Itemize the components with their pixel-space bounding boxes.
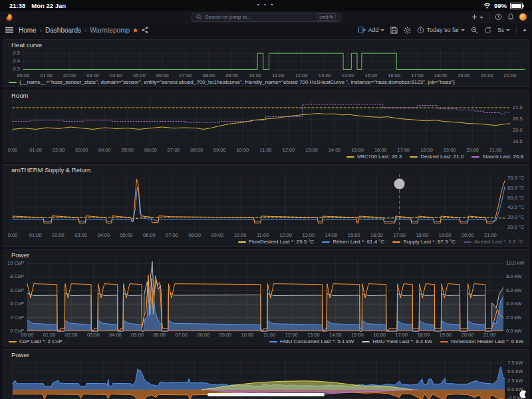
legend-label: Immersion Heater Last *: 0 kW — [451, 338, 523, 344]
refresh-icon[interactable] — [484, 27, 491, 34]
legend-item[interactable]: HMU Yield Last *: 6.4 kW — [362, 338, 432, 345]
panel-title[interactable]: aroTHERM Supply & Return — [11, 166, 90, 174]
x-axis-label: 09:00 — [211, 232, 224, 238]
x-axis-label: 06:00 — [144, 147, 157, 153]
panel-title[interactable]: Room — [11, 92, 28, 99]
x-axis-label: 02:00 — [63, 72, 76, 78]
legend-item[interactable]: Return Last *: 61.4 °C — [322, 238, 384, 245]
x-axis-label: 04:00 — [110, 72, 122, 78]
x-axis-label: 03:00 — [87, 332, 100, 338]
new-dropdown-button[interactable] — [471, 14, 483, 20]
mega-menu-icon[interactable] — [5, 27, 13, 33]
legend-item[interactable]: {__name__="hass_sensor_state", domain="s… — [9, 78, 455, 86]
x-axis-label: 07:00 — [175, 332, 188, 338]
clock-icon — [417, 27, 424, 34]
panel-title[interactable]: Heat curve — [11, 41, 42, 49]
chart-arotherm[interactable]: 70.0 °C60.0 °C50.0 °C40.0 °C30.0 °C20.0 … — [13, 174, 499, 231]
legend-item[interactable]: FlowDesired Last *: 29.5 °C — [238, 238, 314, 245]
series-Supply — [13, 179, 505, 223]
chart-room[interactable]: 21.020.520.019.5 — [13, 100, 505, 146]
x-axis-label: 13:00 — [302, 232, 315, 238]
y-axis-label: 0.4 — [7, 59, 20, 64]
legend-item[interactable]: Desired Last: 21.0 — [410, 153, 464, 160]
breadcrumb-separator: › — [40, 27, 42, 34]
legend: {__name__="hass_sensor_state", domain="s… — [7, 78, 525, 86]
legend-item[interactable]: Immersion Heater Last *: 0 kW — [440, 338, 523, 345]
breadcrumb-home[interactable]: Home — [19, 27, 37, 34]
collapse-toolbar-button[interactable] — [523, 29, 527, 31]
x-axis-label: 09:00 — [225, 72, 238, 78]
user-avatar[interactable] — [519, 13, 527, 21]
breadcrumb-current-dashboard[interactable]: Warmtepomp — [90, 27, 130, 34]
x-axis-label: 10:00 — [236, 147, 249, 153]
favorite-star-icon[interactable]: ★ — [132, 27, 138, 34]
legend-group-right: VRC700 Last: 20.3Desired Last: 21.0Xiaom… — [346, 153, 523, 160]
x-axis-label: 05:00 — [122, 147, 134, 153]
legend-label: {__name__="hass_sensor_state", domain="s… — [19, 79, 455, 85]
help-icon[interactable] — [495, 13, 502, 21]
chart-power[interactable]: 10 CoP8 CoP6 CoP4 CoP2 CoP0 CoP10.0 kW8.… — [27, 259, 498, 331]
legend-item[interactable]: Supply Last *: 67.3 °C — [392, 238, 455, 245]
x-axis-label: 21:00 — [484, 232, 497, 238]
x-axis-label: 0:00 — [8, 232, 18, 238]
add-panel-button[interactable]: Add — [358, 27, 384, 33]
x-axis-label: 16:00 — [370, 232, 383, 238]
y-axis-label: 6.0 kW — [506, 288, 529, 293]
grafana-logo-icon[interactable] — [5, 13, 13, 21]
zoom-out-icon[interactable] — [471, 27, 478, 34]
x-axis-label: 00:00 — [21, 332, 34, 338]
refresh-interval-label: 5s — [497, 27, 504, 33]
legend-item[interactable]: CoP Last *: 2 CoP — [9, 338, 63, 345]
x-axis-label: 19:00 — [444, 147, 456, 153]
search-input[interactable]: Search or jump to... cmd+k — [192, 13, 340, 22]
x-axis-label: 01:00 — [29, 147, 42, 153]
y-axis-label: 2.0 kW — [506, 315, 529, 321]
chevron-up-icon — [523, 29, 527, 31]
x-axis-label: 08:00 — [190, 147, 203, 153]
x-axis-label: 18:00 — [420, 147, 433, 153]
y-axis-label: 20.0 °C — [507, 225, 529, 230]
x-axis-label: 07:00 — [166, 232, 178, 238]
x-axis-label: 02:00 — [53, 147, 65, 153]
x-axis-label: 16:00 — [374, 147, 387, 153]
legend-item[interactable]: AirInlet Last *: 6.9 °C — [464, 238, 523, 245]
x-axis-label: 18:00 — [416, 232, 428, 238]
legend-item[interactable]: VRC700 Last: 20.3 — [346, 153, 402, 160]
divider — [489, 13, 489, 21]
breadcrumb-dashboards[interactable]: Dashboards — [45, 27, 81, 34]
caret-down-icon — [479, 17, 483, 19]
time-range-picker[interactable]: Today so far — [417, 27, 465, 34]
x-axis-label: 19:00 — [440, 332, 452, 338]
x-axis-label: 15:00 — [351, 332, 364, 338]
grafana-navbar: Search or jump to... cmd+k — [0, 11, 532, 23]
panel-header: Power — [7, 251, 525, 259]
x-axis-label: 09:00 — [213, 147, 226, 153]
legend-swatch — [9, 82, 17, 83]
legend-swatch — [269, 341, 277, 342]
series-Return — [13, 187, 505, 222]
legend-swatch — [464, 241, 471, 243]
panel-title[interactable]: Power — [11, 351, 29, 358]
y-axis-label: 20.5 — [513, 116, 529, 122]
chart-heatcurve[interactable]: 0.50.40.3 — [23, 49, 519, 72]
legend-swatch — [346, 156, 354, 158]
legend-group-right: HMU Consumed Last *: 5.1 kWHMU Yield Las… — [269, 338, 523, 345]
refresh-interval-dropdown[interactable]: 5s — [497, 27, 510, 33]
save-dashboard-icon[interactable] — [390, 27, 398, 34]
y-axis-label: 8.0 kW — [506, 274, 529, 279]
x-axis-label: 15:00 — [351, 147, 364, 153]
x-axis-label: 12:00 — [279, 232, 292, 238]
home-indicator[interactable] — [207, 393, 325, 396]
x-axis-label: 04:00 — [109, 332, 122, 338]
x-axis-label: 11:00 — [257, 232, 269, 238]
legend-item[interactable]: Xiaomi Last: 20.8 — [471, 153, 523, 160]
x-axis-label: 14:00 — [329, 332, 342, 338]
notifications-bell-icon[interactable] — [507, 13, 514, 21]
dashboard-settings-gear-icon[interactable] — [404, 27, 411, 34]
touch-cursor[interactable] — [394, 179, 405, 190]
panel-header: Heat curve — [7, 41, 525, 49]
share-icon[interactable] — [142, 27, 148, 33]
panel-title[interactable]: Power — [11, 251, 29, 259]
legend-item[interactable]: HMU Consumed Last *: 5.1 kW — [269, 338, 354, 345]
breadcrumb: Home › Dashboards › Warmtepomp — [19, 27, 130, 34]
